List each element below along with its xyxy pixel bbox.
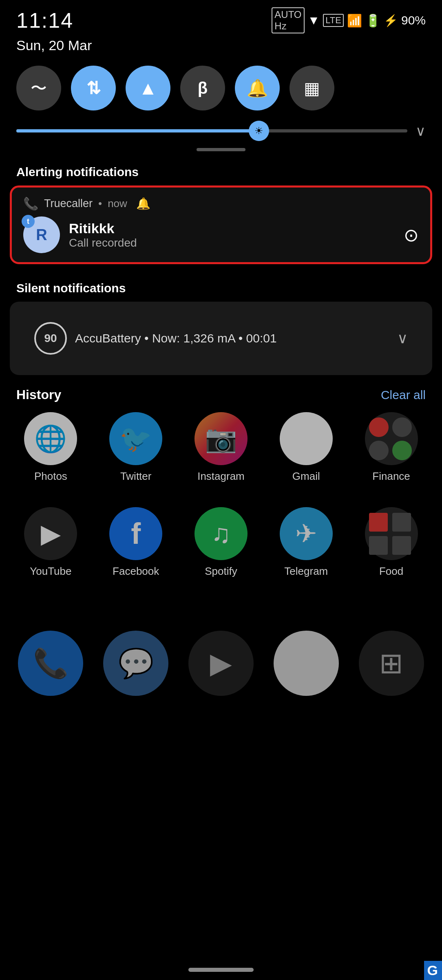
app-item-youtube[interactable]: ▶ YouTube bbox=[14, 507, 87, 578]
accubattery-badge: 90 bbox=[34, 322, 67, 355]
app-item-photos[interactable]: 🌐 Photos bbox=[14, 412, 87, 483]
brightness-slider-fill bbox=[16, 129, 259, 132]
extra-icon: ⊞ bbox=[379, 647, 403, 680]
notif-time-value: now bbox=[108, 197, 127, 210]
dock-chrome-btn[interactable]: ◎ bbox=[274, 631, 339, 696]
photos-icon: 🌐 bbox=[24, 412, 77, 465]
history-app-grid-row2: ▶ YouTube f Facebook ♫ Spotify ✈ Telegra… bbox=[0, 503, 442, 586]
qs-wifi-btn[interactable]: ▲ bbox=[126, 66, 170, 110]
quick-settings-panel: 〜 ⇅ ▲ β 🔔 ▦ bbox=[0, 62, 442, 119]
dock-extra-btn[interactable]: ⊞ bbox=[359, 631, 424, 696]
bell-icon: 🔔 bbox=[247, 78, 268, 98]
phone-icon: 📞 bbox=[33, 647, 69, 680]
brightness-slider-track[interactable]: ☀ bbox=[16, 129, 407, 132]
qs-data-transfer-btn[interactable]: ⇅ bbox=[71, 66, 116, 110]
twitter-icon: 🐦 bbox=[109, 412, 162, 465]
app-name-gmail: Gmail bbox=[292, 470, 320, 483]
truecaller-badge: t bbox=[22, 215, 35, 228]
dock-row: 📞 💬 ▶ ◎ ⊞ bbox=[0, 618, 442, 704]
app-item-gmail[interactable]: ✉ Gmail bbox=[270, 412, 343, 483]
finance-icon bbox=[365, 412, 418, 465]
app-name-food: Food bbox=[379, 565, 403, 578]
auto-icon: AUTOHz bbox=[272, 7, 304, 33]
wifi-icon: ▲ bbox=[139, 77, 157, 99]
app-item-facebook[interactable]: f Facebook bbox=[99, 507, 172, 578]
battery-percent: 90% bbox=[401, 13, 426, 27]
app-name-spotify: Spotify bbox=[205, 565, 237, 578]
brightness-row[interactable]: ☀ ∨ bbox=[0, 119, 442, 145]
notif-app-name: Truecaller bbox=[44, 197, 93, 210]
signal-icon: 📶 bbox=[347, 13, 362, 28]
app-name-finance: Finance bbox=[372, 470, 410, 483]
history-app-grid-row1: 🌐 Photos 🐦 Twitter 📷 Instagram ✉ Gmail F… bbox=[0, 408, 442, 491]
bluetooth-icon: β bbox=[198, 79, 208, 97]
status-date-row: Sun, 20 Mar bbox=[0, 38, 442, 62]
qs-bell-btn[interactable]: 🔔 bbox=[235, 66, 280, 110]
battery-bolt-icon: ⚡ bbox=[384, 14, 398, 27]
brightness-expand-icon[interactable]: ∨ bbox=[415, 123, 426, 139]
spotify-icon: ♫ bbox=[194, 507, 248, 560]
notif-header: 📞 Truecaller • now 🔔 bbox=[23, 196, 419, 211]
silent-section-label: Silent notifications bbox=[0, 276, 442, 299]
play-recording-button[interactable]: ⊙ bbox=[404, 225, 419, 245]
qs-qr-btn[interactable]: ▦ bbox=[290, 66, 334, 110]
history-header: History Clear all bbox=[0, 377, 442, 408]
watermark-text: G bbox=[424, 961, 442, 980]
gmail-icon: ✉ bbox=[280, 412, 333, 465]
youtube-icon: ▶ bbox=[24, 507, 77, 560]
app-item-spotify[interactable]: ♫ Spotify bbox=[184, 507, 258, 578]
app-name-instagram: Instagram bbox=[197, 470, 245, 483]
status-icons: AUTOHz ▼ LTE 📶 🔋 ⚡ 90% bbox=[272, 7, 426, 33]
soundwave-icon: 〜 bbox=[31, 77, 47, 99]
app-item-telegram[interactable]: ✈ Telegram bbox=[270, 507, 343, 578]
app-item-finance[interactable]: Finance bbox=[355, 412, 428, 483]
app-item-instagram[interactable]: 📷 Instagram bbox=[184, 412, 258, 483]
battery-icon: 🔋 bbox=[365, 13, 380, 28]
qs-soundwave-btn[interactable]: 〜 bbox=[16, 66, 61, 110]
qr-icon: ▦ bbox=[304, 78, 320, 98]
app-name-facebook: Facebook bbox=[113, 565, 159, 578]
silent-expand-icon[interactable]: ∨ bbox=[397, 330, 408, 347]
play-store-icon: ▶ bbox=[210, 647, 232, 680]
dock-play-store-btn[interactable]: ▶ bbox=[188, 631, 254, 696]
alerting-section-label: Alerting notifications bbox=[0, 159, 442, 183]
notif-body: t R Ritikkk Call recorded ⊙ bbox=[23, 216, 419, 253]
battery-percentage-badge: 90 bbox=[44, 332, 57, 345]
status-time: 11:14 bbox=[16, 8, 73, 33]
app-item-twitter[interactable]: 🐦 Twitter bbox=[99, 412, 172, 483]
messages-icon: 💬 bbox=[118, 647, 154, 680]
accubattery-notification-card[interactable]: 90 AccuBattery • Now: 1,326 mA • 00:01 ∨ bbox=[10, 302, 432, 375]
telegram-icon: ✈ bbox=[280, 507, 333, 560]
silent-notif-text: AccuBattery • Now: 1,326 mA • 00:01 bbox=[75, 331, 389, 345]
contact-initial: R bbox=[36, 226, 47, 244]
instagram-icon: 📷 bbox=[194, 412, 248, 465]
dock-messages-btn[interactable]: 💬 bbox=[103, 631, 168, 696]
lte-icon: LTE bbox=[323, 14, 344, 27]
truecaller-icon: 📞 bbox=[23, 196, 38, 211]
app-name-photos: Photos bbox=[34, 470, 67, 483]
silent-notif-body: 90 AccuBattery • Now: 1,326 mA • 00:01 ∨ bbox=[21, 311, 421, 366]
facebook-icon: f bbox=[109, 507, 162, 560]
dock-phone-btn[interactable]: 📞 bbox=[18, 631, 83, 696]
qs-bluetooth-btn[interactable]: β bbox=[180, 66, 225, 110]
wifi-status-icon: ▼ bbox=[308, 13, 320, 27]
notif-time: • bbox=[98, 197, 102, 210]
sun-icon: ☀ bbox=[254, 125, 263, 137]
app-item-food[interactable]: Food bbox=[355, 507, 428, 578]
clear-all-button[interactable]: Clear all bbox=[381, 388, 426, 402]
truecaller-notification-card[interactable]: 📞 Truecaller • now 🔔 t R Ritikkk Call re… bbox=[10, 185, 432, 264]
app-name-telegram: Telegram bbox=[284, 565, 328, 578]
contact-name: Ritikkk bbox=[69, 221, 395, 236]
status-bar: 11:14 AUTOHz ▼ LTE 📶 🔋 ⚡ 90% bbox=[0, 0, 442, 38]
brightness-thumb[interactable]: ☀ bbox=[249, 121, 269, 141]
history-label: History bbox=[16, 387, 61, 402]
data-transfer-icon: ⇅ bbox=[86, 78, 101, 98]
handle-bar bbox=[0, 145, 442, 159]
notif-text-block: Ritikkk Call recorded bbox=[69, 221, 395, 249]
chrome-icon: ◎ bbox=[294, 647, 318, 680]
home-indicator bbox=[188, 968, 254, 972]
app-name-youtube: YouTube bbox=[30, 565, 71, 578]
status-date: Sun, 20 Mar bbox=[16, 38, 92, 53]
handle-indicator bbox=[197, 148, 245, 151]
notif-bell-icon: 🔔 bbox=[136, 197, 150, 210]
